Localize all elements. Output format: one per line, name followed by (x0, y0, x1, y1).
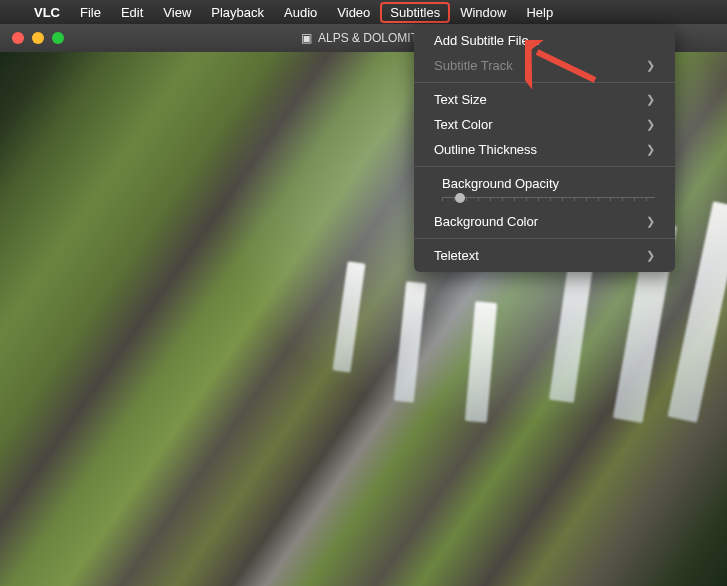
window-title: ▣ ALPS & DOLOMITE (301, 31, 426, 45)
app-menu[interactable]: VLC (24, 2, 70, 23)
menu-item-label: Outline Thickness (434, 142, 537, 157)
menu-item-add-subtitle-file[interactable]: Add Subtitle File... (414, 28, 675, 53)
menu-item-label: Background Color (434, 214, 538, 229)
menu-item-subtitle-track: Subtitle Track ❯ (414, 53, 675, 78)
menu-item-label: Teletext (434, 248, 479, 263)
menu-item-label: Text Size (434, 92, 487, 107)
menu-item-label: Add Subtitle File... (434, 33, 540, 48)
traffic-lights (12, 32, 64, 44)
chevron-right-icon: ❯ (646, 118, 655, 131)
menu-separator (414, 238, 675, 239)
chevron-right-icon: ❯ (646, 143, 655, 156)
menu-window[interactable]: Window (450, 2, 516, 23)
menu-audio[interactable]: Audio (274, 2, 327, 23)
close-button[interactable] (12, 32, 24, 44)
menu-item-text-size[interactable]: Text Size ❯ (414, 87, 675, 112)
chevron-right-icon: ❯ (646, 93, 655, 106)
menu-subtitles[interactable]: Subtitles (380, 2, 450, 23)
opacity-slider[interactable] (442, 197, 655, 201)
macos-menubar: VLC File Edit View Playback Audio Video … (0, 0, 727, 24)
menu-item-teletext[interactable]: Teletext ❯ (414, 243, 675, 268)
menu-separator (414, 82, 675, 83)
menu-item-background-opacity[interactable]: Background Opacity (414, 171, 675, 209)
fullscreen-button[interactable] (52, 32, 64, 44)
menu-edit[interactable]: Edit (111, 2, 153, 23)
menu-item-label: Subtitle Track (434, 58, 513, 73)
chevron-right-icon: ❯ (646, 249, 655, 262)
minimize-button[interactable] (32, 32, 44, 44)
video-file-icon: ▣ (301, 31, 312, 45)
menu-item-label: Text Color (434, 117, 493, 132)
window-title-text: ALPS & DOLOMITE (318, 31, 426, 45)
slider-thumb[interactable] (455, 193, 465, 203)
menu-item-outline-thickness[interactable]: Outline Thickness ❯ (414, 137, 675, 162)
menu-help[interactable]: Help (516, 2, 563, 23)
menu-item-background-color[interactable]: Background Color ❯ (414, 209, 675, 234)
chevron-right-icon: ❯ (646, 59, 655, 72)
slider-label: Background Opacity (442, 176, 655, 191)
subtitles-dropdown-menu: Add Subtitle File... Subtitle Track ❯ Te… (414, 24, 675, 272)
menu-separator (414, 166, 675, 167)
menu-playback[interactable]: Playback (201, 2, 274, 23)
menu-file[interactable]: File (70, 2, 111, 23)
menu-item-text-color[interactable]: Text Color ❯ (414, 112, 675, 137)
menu-view[interactable]: View (153, 2, 201, 23)
chevron-right-icon: ❯ (646, 215, 655, 228)
menu-video[interactable]: Video (327, 2, 380, 23)
